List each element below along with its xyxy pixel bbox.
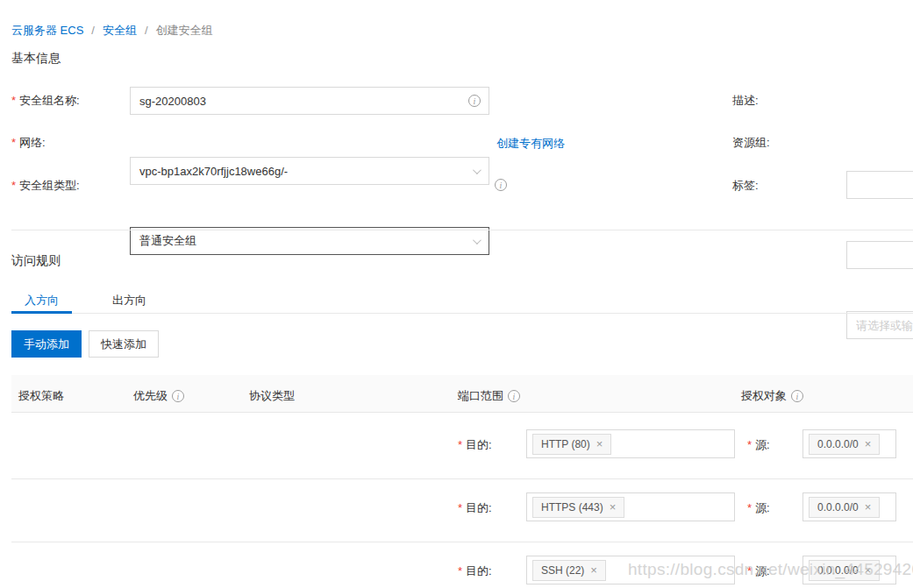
required-mark: * <box>458 501 462 514</box>
manual-add-button[interactable]: 手动添加 <box>11 330 82 358</box>
security-group-type-label-text: 安全组类型: <box>19 179 80 192</box>
network-select[interactable]: vpc-bp1ax2k70rfjjc18we66g/- <box>130 157 489 185</box>
source-cidr-chip-text: 0.0.0.0/0 <box>817 501 859 514</box>
required-mark: * <box>458 564 462 577</box>
rule-source-label: *源: <box>747 500 770 516</box>
quick-add-button[interactable]: 快速添加 <box>89 330 159 358</box>
row-divider <box>11 542 913 542</box>
tab-outbound[interactable]: 出方向 <box>112 293 146 308</box>
tag-input[interactable] <box>847 312 913 338</box>
rule-dest-label-text: 目的: <box>466 564 492 577</box>
rule-dest-label: *目的: <box>458 563 492 579</box>
create-vpc-link[interactable]: 创建专有网络 <box>496 136 565 152</box>
header-auth-object: 授权对象 <box>741 388 803 404</box>
breadcrumb: 云服务器 ECS/安全组/创建安全组 <box>11 23 213 39</box>
security-group-name-field <box>130 87 489 115</box>
breadcrumb-separator: / <box>145 24 148 37</box>
rules-table-header: 授权策略 优先级 协议类型 端口范围 授权对象 <box>11 375 913 413</box>
tag-field <box>846 311 913 339</box>
rule-dest-label: *目的: <box>458 437 492 453</box>
network-label-text: 网络: <box>19 136 46 149</box>
resource-group-field <box>846 241 913 269</box>
description-input[interactable] <box>847 172 913 198</box>
required-mark: * <box>11 136 16 149</box>
dest-port-chip: SSH (22)× <box>532 560 606 581</box>
required-mark: * <box>458 438 462 451</box>
header-priority-text: 优先级 <box>133 388 168 404</box>
chip-close-icon[interactable]: × <box>865 438 872 450</box>
section-divider <box>11 230 913 230</box>
name-info-icon[interactable] <box>468 95 481 107</box>
security-group-type-select[interactable]: 普通安全组 <box>130 227 489 255</box>
description-field <box>846 171 913 199</box>
required-mark: * <box>747 564 752 577</box>
security-group-name-label-text: 安全组名称: <box>19 94 80 107</box>
source-cidr-chip: 0.0.0.0/0× <box>809 560 880 581</box>
resource-group-label: 资源组: <box>732 136 770 150</box>
rule-dest-label-text: 目的: <box>466 438 492 451</box>
rule-dest-tagbox[interactable]: HTTPS (443)× <box>526 492 735 521</box>
network-select-value: vpc-bp1ax2k70rfjjc18we66g/- <box>139 165 288 178</box>
header-policy-text: 授权策略 <box>18 388 64 404</box>
priority-info-icon[interactable] <box>172 390 184 402</box>
required-mark: * <box>747 438 752 451</box>
rule-source-tagbox[interactable]: 0.0.0.0/0× <box>802 492 896 521</box>
source-cidr-chip: 0.0.0.0/0× <box>809 497 880 518</box>
basic-info-title: 基本信息 <box>11 51 61 67</box>
rule-dest-tagbox[interactable]: HTTP (80)× <box>526 429 735 458</box>
header-auth-object-text: 授权对象 <box>741 388 787 404</box>
source-cidr-chip-text: 0.0.0.0/0 <box>817 438 859 450</box>
dest-port-chip: HTTPS (443)× <box>532 497 624 518</box>
header-port-range: 端口范围 <box>458 388 520 404</box>
chip-close-icon[interactable]: × <box>590 564 597 576</box>
security-group-type-label: *安全组类型: <box>11 179 80 193</box>
type-info-icon[interactable] <box>495 179 507 191</box>
dest-port-chip-text: HTTP (80) <box>541 438 590 450</box>
required-mark: * <box>11 94 16 107</box>
header-policy: 授权策略 <box>18 388 64 404</box>
rule-dest-tagbox[interactable]: SSH (22)× <box>526 556 735 584</box>
source-cidr-chip: 0.0.0.0/0× <box>809 434 880 455</box>
breadcrumb-current: 创建安全组 <box>156 24 213 37</box>
resource-group-input[interactable] <box>847 242 913 268</box>
rule-source-label-text: 源: <box>755 501 770 514</box>
rule-source-label: *源: <box>747 563 770 579</box>
rule-source-label-text: 源: <box>755 564 770 577</box>
rule-dest-label: *目的: <box>458 500 492 516</box>
chip-close-icon[interactable]: × <box>865 501 872 513</box>
dest-port-chip: HTTP (80)× <box>532 434 611 455</box>
dest-port-chip-text: SSH (22) <box>541 564 584 577</box>
dest-port-chip-text: HTTPS (443) <box>541 501 603 514</box>
row-divider <box>11 478 913 479</box>
create-security-group-page: 云服务器 ECS/安全组/创建安全组 基本信息 *安全组名称: *网络: vpc… <box>0 0 913 588</box>
security-group-type-value: 普通安全组 <box>139 233 196 249</box>
security-group-name-input[interactable] <box>131 88 489 114</box>
description-label: 描述: <box>732 94 759 108</box>
security-group-name-label: *安全组名称: <box>11 94 80 108</box>
chevron-down-icon <box>473 236 481 244</box>
required-mark: * <box>11 179 16 192</box>
breadcrumb-security-group-link[interactable]: 安全组 <box>103 24 137 37</box>
tab-bar-line <box>11 313 913 314</box>
chip-close-icon[interactable]: × <box>596 438 603 450</box>
required-mark: * <box>747 501 752 514</box>
active-tab-underline <box>11 311 72 314</box>
auth-object-info-icon[interactable] <box>791 390 803 402</box>
rule-dest-label-text: 目的: <box>466 501 492 514</box>
port-range-info-icon[interactable] <box>508 390 520 402</box>
rule-source-tagbox[interactable]: 0.0.0.0/0× <box>802 429 896 458</box>
breadcrumb-ecs-link[interactable]: 云服务器 ECS <box>11 24 83 37</box>
rule-source-label-text: 源: <box>755 438 770 451</box>
header-port-range-text: 端口范围 <box>458 388 503 404</box>
chip-close-icon[interactable]: × <box>865 564 872 576</box>
header-protocol-text: 协议类型 <box>249 388 295 404</box>
network-label: *网络: <box>11 136 46 150</box>
breadcrumb-separator: / <box>91 24 95 37</box>
rule-source-label: *源: <box>747 437 770 453</box>
chip-close-icon[interactable]: × <box>610 501 617 513</box>
chevron-down-icon <box>473 166 481 174</box>
access-rules-title: 访问规则 <box>11 253 61 269</box>
tag-label: 标签: <box>732 179 759 193</box>
tab-inbound[interactable]: 入方向 <box>25 293 59 308</box>
rule-source-tagbox[interactable]: 0.0.0.0/0× <box>802 556 896 584</box>
